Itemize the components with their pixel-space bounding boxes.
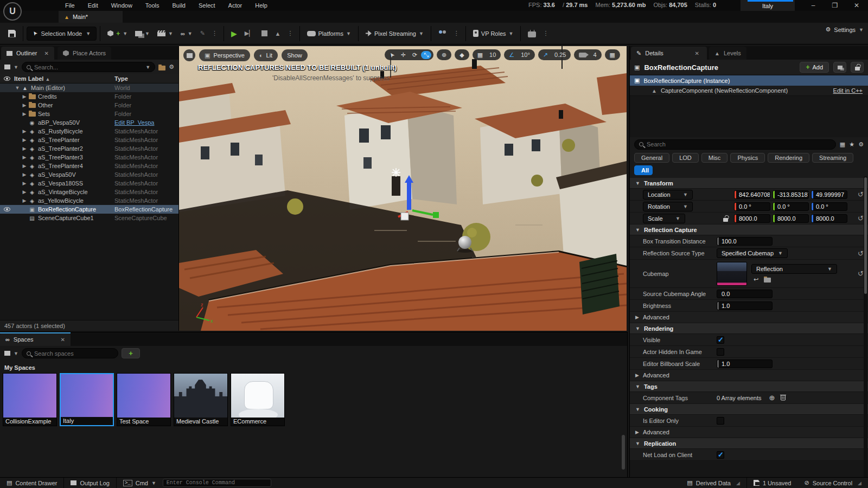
editor-only-checkbox[interactable]	[717, 417, 724, 425]
menu-file[interactable]: File	[59, 1, 81, 10]
visible-checkbox[interactable]	[717, 336, 724, 344]
blueprints-button[interactable]: ▼	[131, 28, 154, 39]
angle-snap-button[interactable]: ∠	[506, 51, 517, 59]
reset-icon[interactable]: ↺	[858, 249, 864, 258]
menu-build[interactable]: Build	[166, 1, 192, 10]
outliner-row[interactable]: ▶◈aS_TreePlanter3StaticMeshActor	[0, 153, 178, 162]
scale-x-field[interactable]: 8000.0	[734, 214, 770, 223]
cubemap-angle-field[interactable]: 0.0	[717, 290, 773, 298]
space-card-italy[interactable]: Italy	[60, 373, 114, 426]
outliner-row[interactable]: ▶◈aS_Vespa180SSStaticMeshActor	[0, 179, 178, 188]
level-tab-main[interactable]: ▲ Main*	[59, 11, 123, 23]
outliner-row[interactable]: ▤SceneCaptureCube1SceneCaptureCube	[0, 214, 178, 222]
expander-icon[interactable]: ▶	[21, 137, 28, 143]
type-column[interactable]: Type	[114, 75, 178, 82]
filter-icon[interactable]	[4, 351, 10, 356]
location-x-field[interactable]: 842.640708	[734, 190, 770, 199]
space-card-ecommerce[interactable]: ECommerce	[231, 373, 285, 426]
reset-icon[interactable]: ↺	[858, 269, 864, 278]
tab-details[interactable]: ✎ Details ✕	[631, 47, 707, 60]
location-z-field[interactable]: 49.999997	[811, 190, 847, 199]
expander-icon[interactable]: ▼	[14, 85, 21, 91]
outliner-search[interactable]: ▼	[22, 62, 155, 72]
outliner-row[interactable]: ▶◈aS_RustyBicycleStaticMeshActor	[0, 127, 178, 136]
chevron-down-icon[interactable]: ▼	[14, 65, 18, 70]
location-y-field[interactable]: -313.853187	[773, 190, 809, 199]
expander-icon[interactable]: ▶	[21, 102, 28, 108]
surface-snap-button[interactable]: ◆	[455, 49, 469, 60]
eject-button[interactable]: ▲	[271, 28, 285, 40]
expander-icon[interactable]: ▶	[21, 163, 28, 169]
settings-dropdown[interactable]: ⚙ Settings ▼	[825, 26, 864, 33]
expander-icon[interactable]: ▶	[21, 146, 28, 151]
virtual-camera-button[interactable]	[524, 27, 540, 40]
rotation-z-field[interactable]: 0.0 °	[811, 202, 847, 211]
menu-window[interactable]: Window	[105, 1, 139, 10]
save-all-button[interactable]	[4, 27, 20, 40]
space-card-test-space[interactable]: Test Space	[117, 373, 171, 426]
component-tree-root[interactable]: ▣ BoxReflectionCapture (Instance)	[630, 75, 868, 86]
paint-mode-button[interactable]: ✎	[196, 27, 209, 40]
platforms-dropdown[interactable]: Platforms▼	[303, 28, 355, 40]
expander-icon[interactable]: ▶	[21, 155, 28, 160]
expander-icon[interactable]: ▶	[21, 198, 28, 203]
grid-snap-button[interactable]: ▦	[475, 51, 486, 59]
tab-spaces[interactable]: ∞ Spaces ✕	[0, 333, 71, 346]
rotation-x-field[interactable]: 0.0 °	[734, 202, 770, 211]
selection-mode-dropdown[interactable]: ➤ Selection Mode ▼	[27, 27, 97, 41]
outliner-row[interactable]: ▶◈as_YellowBicycleStaticMeshActor	[0, 196, 178, 205]
spaces-search-input[interactable]	[34, 350, 113, 357]
derived-data-button[interactable]: ▤ Derived Data ◢	[680, 478, 746, 488]
filter-streaming[interactable]: Streaming	[812, 153, 853, 163]
pixel-streaming-dropdown[interactable]: Pixel Streaming▼	[362, 28, 427, 40]
console-command-input[interactable]	[163, 479, 271, 487]
rendering-advanced[interactable]: ▶Advanced	[630, 370, 868, 381]
outliner-row[interactable]: ▶◈aS_TreePlanter2StaticMeshActor	[0, 144, 178, 153]
outliner-row[interactable]: ▶CreditsFolder	[0, 92, 178, 101]
scale-lock-icon[interactable]	[723, 218, 728, 222]
rotation-y-field[interactable]: 0.0 °	[773, 202, 809, 211]
filter-all[interactable]: All	[634, 165, 653, 175]
outliner-row[interactable]: ◉aBP_Vespa50VEdit BP_Vespa	[0, 118, 178, 127]
camera-speed-button[interactable]	[576, 52, 589, 58]
outliner-row[interactable]: ▶◈aS_VintageBicycleStaticMeshActor	[0, 188, 178, 196]
scale-y-field[interactable]: 8000.0	[773, 214, 809, 223]
section-cooking[interactable]: ▼Cooking	[630, 404, 868, 415]
source-control-button[interactable]: ⊘ Source Control ◢	[797, 478, 868, 488]
favorites-icon[interactable]: ★	[849, 141, 854, 148]
outliner-row[interactable]: ▶OtherFolder	[0, 101, 178, 110]
unsaved-button[interactable]: 1 Unsaved	[747, 478, 798, 488]
multi-user-button[interactable]	[435, 28, 451, 40]
cmd-dropdown[interactable]: >_ Cmd ▼	[117, 478, 163, 488]
brightness-field[interactable]: 1.0	[717, 301, 773, 310]
expander-icon[interactable]: ▶	[21, 94, 28, 99]
display-options-icon[interactable]: ▦	[840, 141, 845, 148]
item-label-column[interactable]: Item Label ▲	[14, 75, 114, 82]
play-options-dots[interactable]: ⋮	[285, 30, 296, 37]
outliner-row[interactable]: ▶◈aS_TreePlanterStaticMeshActor	[0, 136, 178, 144]
world-space-button[interactable]: ⊕	[437, 49, 451, 60]
outliner-row[interactable]: ▣BoxReflectionCaptureBoxReflectionCaptur…	[0, 205, 178, 214]
outliner-row[interactable]: ▶SetsFolder	[0, 110, 178, 118]
maximize-button[interactable]: ❐	[825, 0, 845, 11]
space-card-medieval-castle[interactable]: Medieval Castle	[174, 373, 228, 426]
scale-snap-button[interactable]: ↗	[540, 51, 551, 59]
add-actor-button[interactable]: +▼	[104, 27, 131, 40]
tab-place-actors[interactable]: Place Actors	[58, 47, 111, 60]
menu-help[interactable]: Help	[248, 1, 274, 10]
cooking-advanced[interactable]: ▶Advanced	[630, 427, 868, 438]
perspective-dropdown[interactable]: ▣Perspective	[199, 49, 250, 61]
section-reflection-capture[interactable]: ▼Reflection Capture	[630, 224, 868, 235]
multi-user-dots[interactable]: ⋮	[451, 30, 462, 37]
move-tool-button[interactable]: ✛	[398, 51, 409, 59]
cinematics-button[interactable]: ▼	[154, 28, 177, 39]
close-button[interactable]: ✕	[846, 0, 867, 11]
grid-snap-value[interactable]: 10	[487, 51, 499, 59]
outliner-search-input[interactable]	[34, 64, 142, 70]
lock-button[interactable]	[851, 62, 864, 73]
reflection-advanced[interactable]: ▶Advanced	[630, 312, 868, 323]
filter-icon[interactable]	[4, 65, 10, 69]
eye-icon[interactable]	[4, 207, 10, 211]
add-space-button[interactable]: +	[122, 348, 140, 358]
spaces-scrollbar[interactable]	[622, 435, 625, 470]
